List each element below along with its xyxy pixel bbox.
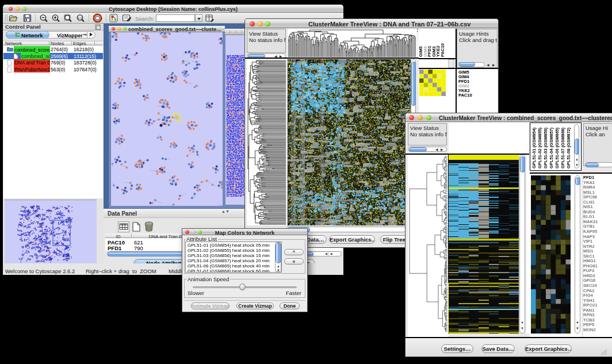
svg-text:GPL51-01 (GSM854): GPL51-01 (GSM854) [531,127,537,168]
svg-text:GPL51-02 (GSM855): GPL51-02 (GSM855) [537,127,542,168]
svg-text:GPL51-04 (GSM857): GPL51-04 (GSM857) [549,127,554,168]
svg-text:PAC10: PAC10 [440,43,445,57]
svg-text:GPL51-03 (GSM856): GPL51-03 (GSM856) [543,127,548,168]
svg-text:GPL51-08 (GSM872): GPL51-08 (GSM872) [566,127,571,168]
svg-text:1:1: 1:1 [78,16,82,20]
svg-text:GPL51-06 (GSM865): GPL51-06 (GSM865) [554,127,560,168]
svg-text:GPL51-07 (GSM868): GPL51-07 (GSM868) [560,127,565,168]
